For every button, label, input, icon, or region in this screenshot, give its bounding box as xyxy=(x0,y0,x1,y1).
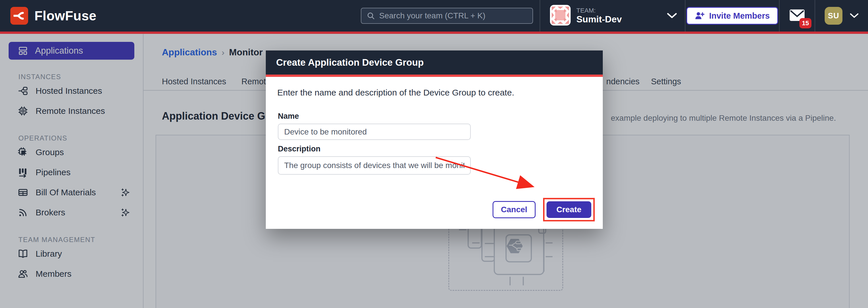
team-selector[interactable]: TEAM: Sumit-Dev xyxy=(539,0,685,32)
create-button-highlight: Create xyxy=(543,198,595,221)
team-name: Sumit-Dev xyxy=(577,14,622,25)
top-header: FlowFuse xyxy=(0,0,868,32)
modal-actions: Cancel Create xyxy=(493,198,595,221)
cancel-button[interactable]: Cancel xyxy=(493,201,536,218)
modal-title: Create Application Device Group xyxy=(266,57,424,68)
team-avatar xyxy=(550,5,570,27)
modal-body: Enter the name and description of the De… xyxy=(266,77,603,229)
header-red-rule xyxy=(0,32,868,34)
create-device-group-modal: Create Application Device Group Enter th… xyxy=(266,50,603,229)
chevron-down-icon[interactable] xyxy=(667,13,677,19)
user-avatar: SU xyxy=(825,7,842,25)
search-icon xyxy=(367,11,375,20)
brand-name: FlowFuse xyxy=(34,8,96,24)
modal-header: Create Application Device Group xyxy=(266,50,603,75)
invite-members-label: Invite Members xyxy=(709,11,770,21)
modal-intro-text: Enter the name and description of the De… xyxy=(266,77,603,98)
user-menu[interactable]: SU xyxy=(815,0,868,32)
user-plus-icon xyxy=(694,11,704,20)
notification-count-badge: 15 xyxy=(799,18,811,28)
name-field-label: Name xyxy=(278,112,603,121)
team-search[interactable] xyxy=(361,8,533,24)
invite-members-button[interactable]: Invite Members xyxy=(686,7,778,25)
create-button[interactable]: Create xyxy=(547,201,591,218)
notifications-segment: 15 xyxy=(779,0,815,32)
team-label: TEAM: xyxy=(577,7,622,14)
modal-accent-bar xyxy=(266,75,603,77)
app-window: FlowFuse xyxy=(0,0,868,308)
notifications-button[interactable]: 15 xyxy=(789,9,805,22)
description-field[interactable] xyxy=(278,156,471,175)
description-field-label: Description xyxy=(278,144,603,153)
flowfuse-logo-icon xyxy=(10,7,28,25)
name-field[interactable] xyxy=(278,124,471,140)
brand[interactable]: FlowFuse xyxy=(0,7,96,25)
chevron-down-icon xyxy=(850,13,859,19)
search-input[interactable] xyxy=(379,11,527,20)
header-right: TEAM: Sumit-Dev xyxy=(539,0,868,32)
invite-segment: Invite Members xyxy=(685,0,779,32)
